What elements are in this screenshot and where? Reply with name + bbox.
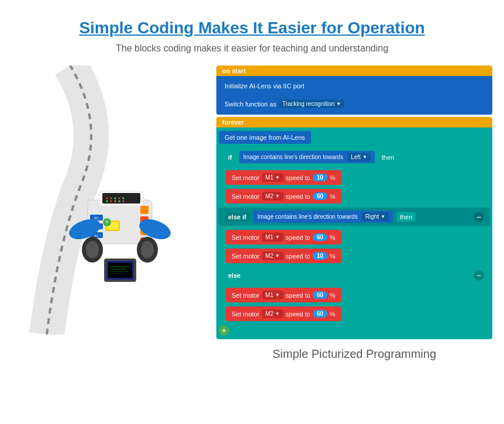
else-if-row: else if Image contains line's direction … bbox=[219, 208, 490, 226]
else-if-keyword: else if bbox=[225, 212, 250, 222]
m1-dropdown-3[interactable]: M1 bbox=[262, 291, 284, 299]
robot-svg: IIC IIC IIC bbox=[12, 66, 210, 335]
val-60-1: 60 bbox=[313, 192, 327, 200]
on-start-body: Initialize AI-Lens via IIC port Switch f… bbox=[216, 76, 492, 115]
svg-point-12 bbox=[123, 201, 125, 202]
m2-dropdown-3[interactable]: M2 bbox=[262, 309, 284, 318]
m2-dropdown-1[interactable]: M2 bbox=[262, 192, 284, 201]
svg-point-6 bbox=[119, 198, 120, 199]
if-keyword: if bbox=[225, 153, 236, 162]
svg-point-10 bbox=[115, 201, 116, 202]
svg-rect-33 bbox=[108, 263, 132, 278]
svg-text:IIC: IIC bbox=[94, 216, 99, 220]
code-blocks-area: on start Initialize AI-Lens via IIC port… bbox=[210, 66, 492, 361]
val-10: 10 bbox=[313, 174, 327, 181]
init-block-row: Initialize AI-Lens via IIC port bbox=[219, 80, 490, 92]
set-m2-2-row: Set motor M2 speed to 10 % bbox=[226, 249, 490, 263]
else-keyword: else bbox=[225, 271, 244, 280]
svg-point-11 bbox=[119, 201, 120, 202]
svg-rect-13 bbox=[140, 206, 149, 214]
if-row: if Image contains line's direction towar… bbox=[219, 148, 490, 166]
minus-btn-2[interactable]: − bbox=[474, 270, 484, 281]
svg-text:+: + bbox=[105, 219, 109, 225]
plus-row: + bbox=[219, 325, 490, 336]
content-area: IIC IIC IIC bbox=[0, 60, 504, 361]
robot-image: IIC IIC IIC bbox=[12, 66, 210, 335]
svg-point-3 bbox=[106, 198, 108, 199]
page-title: Simple Coding Makes It Easier for Operat… bbox=[12, 19, 492, 37]
set-m1-3-block: Set motor M1 speed to 60 % bbox=[226, 288, 341, 302]
set-m2-1-block: Set motor M2 speed to 60 % bbox=[226, 189, 341, 204]
m1-dropdown-1[interactable]: M1 bbox=[262, 173, 284, 182]
svg-point-5 bbox=[115, 198, 116, 199]
if-condition: Image contains line's direction towards … bbox=[239, 151, 375, 163]
set-m2-3-row: Set motor M2 speed to 60 % bbox=[226, 306, 490, 321]
right-dropdown[interactable]: Right bbox=[362, 212, 389, 221]
add-block-btn[interactable]: + bbox=[219, 325, 229, 336]
m2-dropdown-2[interactable]: M2 bbox=[262, 251, 284, 260]
val-60-4: 60 bbox=[313, 310, 327, 318]
svg-point-7 bbox=[123, 198, 125, 199]
else-if-condition: Image contains line's direction towards … bbox=[253, 211, 393, 223]
val-60-3: 60 bbox=[313, 291, 327, 299]
left-dropdown[interactable]: Left bbox=[347, 153, 371, 161]
page-header: Simple Coding Makes It Easier for Operat… bbox=[0, 0, 504, 60]
set-m1-2-block: Set motor M1 speed to 60 % bbox=[226, 230, 341, 244]
m1-dropdown-2[interactable]: M1 bbox=[262, 233, 284, 242]
on-start-label: on start bbox=[216, 66, 492, 76]
set-m1-1-block: Set motor M1 speed to 10 % bbox=[226, 170, 341, 185]
svg-point-30 bbox=[141, 241, 154, 258]
then-keyword: then bbox=[378, 153, 398, 162]
set-m2-3-block: Set motor M2 speed to 60 % bbox=[226, 306, 341, 321]
svg-point-28 bbox=[86, 241, 99, 258]
then-keyword-2: then bbox=[396, 212, 416, 222]
svg-point-8 bbox=[106, 201, 108, 202]
val-10-2: 10 bbox=[313, 252, 327, 260]
forever-body: Get one image from AI-Lens if Image cont… bbox=[216, 127, 492, 339]
get-image-row: Get one image from AI-Lens bbox=[219, 131, 490, 144]
svg-rect-2 bbox=[102, 193, 140, 204]
forever-section: forever Get one image from AI-Lens if Im… bbox=[216, 117, 492, 339]
set-m1-3-row: Set motor M1 speed to 60 % bbox=[226, 288, 490, 302]
svg-point-9 bbox=[111, 201, 112, 202]
switch-block: Switch function as Tracking recognition bbox=[219, 96, 350, 111]
set-m1-2-row: Set motor M1 speed to 60 % bbox=[226, 230, 490, 244]
set-m2-1-row: Set motor M2 speed to 60 % bbox=[226, 189, 490, 204]
svg-point-4 bbox=[111, 198, 112, 199]
switch-block-row: Switch function as Tracking recognition bbox=[219, 96, 490, 111]
set-m1-1-row: Set motor M1 speed to 10 % bbox=[226, 170, 490, 185]
svg-text:IIC: IIC bbox=[94, 234, 99, 237]
caption: Simple Picturized Programming bbox=[216, 347, 492, 361]
forever-label: forever bbox=[216, 117, 492, 127]
set-m2-2-block: Set motor M2 speed to 10 % bbox=[226, 249, 341, 263]
else-row: else − bbox=[219, 267, 490, 284]
page-subtitle: The blocks coding makes it easier for te… bbox=[12, 43, 492, 54]
val-60-2: 60 bbox=[313, 233, 327, 241]
get-image-block: Get one image from AI-Lens bbox=[219, 131, 311, 144]
on-start-section: on start Initialize AI-Lens via IIC port… bbox=[216, 66, 492, 115]
tracking-dropdown[interactable]: Tracking recognition bbox=[279, 99, 345, 108]
minus-btn-1[interactable]: − bbox=[474, 212, 484, 222]
init-block: Initialize AI-Lens via IIC port bbox=[219, 80, 310, 92]
